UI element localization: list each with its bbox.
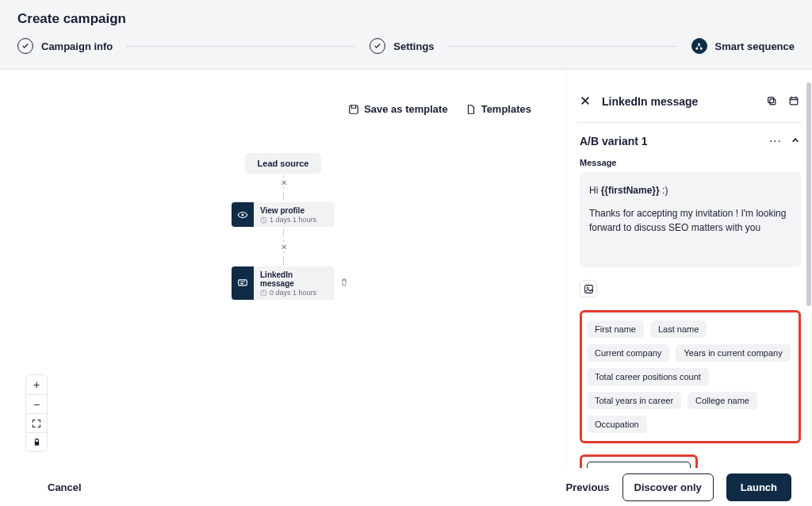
- save-as-template-button[interactable]: Save as template: [348, 103, 448, 115]
- add-ab-variant-button[interactable]: + Add A/B variant: [587, 462, 691, 468]
- node-linkedin-message[interactable]: LinkedIn message 0 days 1 hours: [232, 266, 335, 300]
- sequence-canvas[interactable]: Save as template Templates Lead source ✕…: [0, 70, 566, 468]
- node-title: LinkedIn message: [260, 270, 328, 288]
- toolbar-label: Save as template: [364, 103, 448, 115]
- toolbar-label: Templates: [481, 103, 531, 115]
- step-campaign-info[interactable]: Campaign info: [17, 38, 113, 54]
- svg-rect-11: [790, 98, 798, 105]
- step-connector: [449, 46, 677, 47]
- flow-connector: ✕: [283, 175, 284, 190]
- file-icon: [465, 104, 477, 115]
- message-label: Message: [580, 158, 801, 167]
- message-line: Thanks for accepting my invitation ! I'm…: [589, 206, 791, 236]
- step-label: Campaign info: [41, 40, 113, 52]
- flow-connector: [283, 257, 284, 265]
- page-title: Create campaign: [17, 11, 795, 27]
- token-last-name[interactable]: Last name: [650, 320, 707, 338]
- clock-icon: [260, 217, 267, 224]
- step-label: Smart sequence: [715, 40, 795, 52]
- divider: [578, 122, 802, 123]
- svg-point-4: [242, 213, 244, 216]
- lock-button[interactable]: [26, 432, 47, 451]
- zoom-out-button[interactable]: −: [26, 394, 47, 413]
- remove-icon[interactable]: ✕: [281, 178, 287, 187]
- variant-title: A/B variant 1: [580, 135, 761, 148]
- svg-rect-9: [768, 98, 774, 103]
- delete-icon[interactable]: [339, 278, 349, 289]
- svg-rect-6: [239, 280, 247, 286]
- scrollbar[interactable]: [806, 82, 812, 455]
- svg-point-1: [695, 47, 698, 49]
- copy-icon[interactable]: [766, 95, 779, 108]
- step-connector: [127, 46, 355, 47]
- token-first-name[interactable]: First name: [587, 320, 644, 338]
- remove-icon[interactable]: ✕: [281, 243, 287, 251]
- stepper: Campaign info Settings Smart sequence: [17, 38, 795, 54]
- eye-icon: [232, 202, 254, 227]
- node-meta: 0 days 1 hours: [260, 289, 328, 297]
- zoom-controls: + −: [25, 374, 48, 452]
- launch-button[interactable]: Launch: [726, 473, 791, 501]
- node-meta: 1 days 1 hours: [260, 216, 328, 224]
- node-lead-source[interactable]: Lead source: [245, 153, 322, 174]
- token-total-years-in-career[interactable]: Total years in career: [587, 392, 681, 409]
- svg-point-13: [586, 286, 588, 288]
- panel-title: LinkedIn message: [602, 95, 756, 108]
- token-total-career-positions-count[interactable]: Total career positions count: [587, 368, 709, 385]
- step-settings[interactable]: Settings: [370, 38, 434, 54]
- footer: Cancel Previous Discover only Launch: [0, 468, 812, 506]
- add-variant-highlight: + Add A/B variant: [580, 454, 698, 468]
- message-editor[interactable]: Hi {{firstName}} :) Thanks for accepting…: [580, 172, 801, 267]
- flow-connector: ✕: [283, 240, 284, 254]
- fit-screen-button[interactable]: [26, 413, 47, 432]
- side-panel: LinkedIn message A/B variant 1 ··· Messa…: [566, 70, 812, 468]
- save-icon: [348, 104, 359, 115]
- token-years-in-current-company[interactable]: Years in current company: [676, 344, 790, 362]
- variable-tokens: First name Last name Current company Yea…: [580, 310, 801, 443]
- svg-point-2: [700, 47, 703, 49]
- svg-rect-3: [350, 105, 358, 113]
- step-label: Settings: [393, 40, 434, 52]
- attach-image-button[interactable]: [580, 275, 801, 302]
- scrollbar-thumb[interactable]: [806, 82, 811, 306]
- more-icon[interactable]: ···: [769, 134, 782, 148]
- sequence-icon: [691, 38, 707, 54]
- zoom-in-button[interactable]: +: [26, 375, 47, 394]
- image-icon: [584, 284, 594, 294]
- check-icon: [370, 38, 385, 54]
- svg-rect-10: [770, 99, 776, 105]
- node-title: View profile: [260, 206, 328, 215]
- top-bar: Create campaign Campaign info Settings S…: [0, 0, 812, 70]
- svg-rect-12: [584, 285, 592, 293]
- token-current-company[interactable]: Current company: [587, 344, 669, 362]
- check-icon: [17, 38, 33, 54]
- cancel-button[interactable]: Cancel: [48, 481, 82, 493]
- discover-only-button[interactable]: Discover only: [622, 473, 714, 501]
- message-icon: [232, 266, 254, 300]
- node-view-profile[interactable]: View profile 1 days 1 hours: [232, 202, 335, 227]
- token-college-name[interactable]: College name: [688, 392, 757, 409]
- close-icon[interactable]: [580, 95, 592, 108]
- chevron-up-icon[interactable]: [790, 135, 801, 148]
- clock-icon: [260, 289, 267, 297]
- templates-button[interactable]: Templates: [465, 103, 531, 115]
- token-occupation[interactable]: Occupation: [587, 416, 647, 433]
- flow-connector: [283, 228, 284, 236]
- svg-rect-8: [34, 442, 39, 446]
- svg-point-0: [698, 43, 700, 45]
- previous-button[interactable]: Previous: [566, 481, 610, 493]
- step-smart-sequence[interactable]: Smart sequence: [691, 38, 795, 54]
- calendar-icon[interactable]: [788, 95, 801, 108]
- message-line: Hi {{firstName}} :): [589, 183, 791, 198]
- flow-connector: [283, 193, 284, 201]
